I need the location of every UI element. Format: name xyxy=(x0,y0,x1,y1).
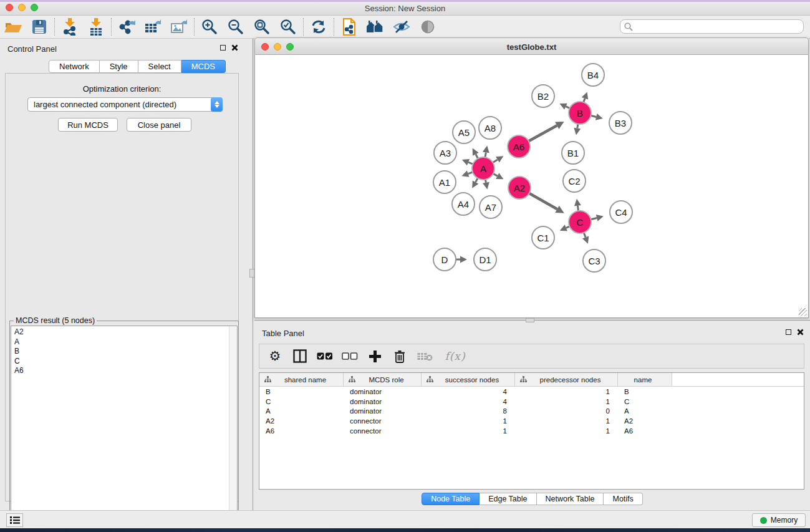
table-row[interactable]: Adominator80A xyxy=(259,407,804,417)
table-cell[interactable]: 1 xyxy=(515,427,618,435)
select-all-columns-button[interactable] xyxy=(317,347,333,365)
horizontal-splitter-handle[interactable] xyxy=(526,318,534,322)
memory-button[interactable]: Memory xyxy=(752,513,806,527)
tab-style[interactable]: Style xyxy=(100,60,138,73)
network-window-titlebar[interactable]: testGlobe.txt xyxy=(254,37,809,55)
table-cell[interactable]: 8 xyxy=(422,407,515,415)
table-cell[interactable]: C xyxy=(618,398,672,405)
toolbar-separator xyxy=(111,18,112,36)
save-session-button[interactable] xyxy=(26,17,52,37)
zoom-out-button[interactable] xyxy=(223,17,249,37)
table-cell[interactable]: 4 xyxy=(422,398,515,405)
zoom-fit-button[interactable] xyxy=(249,17,275,37)
tab-edge-table[interactable]: Edge Table xyxy=(480,493,536,505)
float-panel-icon[interactable] xyxy=(220,45,226,51)
table-cell[interactable]: A6 xyxy=(259,427,344,435)
control-panel-title: Control Panel xyxy=(7,44,57,54)
result-item[interactable]: A2 xyxy=(11,327,228,337)
show-all-button[interactable] xyxy=(415,17,441,37)
tab-select[interactable]: Select xyxy=(138,60,181,73)
tab-mcds[interactable]: MCDS xyxy=(181,60,226,73)
table-cell[interactable]: 4 xyxy=(422,388,515,395)
table-cell[interactable]: B xyxy=(618,388,672,395)
task-history-button[interactable] xyxy=(6,513,23,527)
first-neighbors-button[interactable] xyxy=(362,17,388,37)
node-table: shared nameMCDS rolesuccessor nodesprede… xyxy=(259,372,804,490)
criterion-dropdown[interactable]: largest connected component (directed) xyxy=(27,97,223,112)
table-cell[interactable]: A xyxy=(618,407,672,415)
new-network-from-selection-button[interactable] xyxy=(336,17,362,37)
column-header-shared-name[interactable]: shared name xyxy=(259,373,344,386)
resize-grip-icon[interactable] xyxy=(799,308,807,316)
table-cell[interactable]: 1 xyxy=(422,417,515,425)
result-item[interactable]: C xyxy=(11,357,228,367)
export-image-icon xyxy=(170,18,188,36)
table-cell[interactable]: 1 xyxy=(422,427,515,435)
table-row[interactable]: Cdominator41C xyxy=(259,397,804,407)
column-header-MCDS-role[interactable]: MCDS role xyxy=(344,373,422,386)
refresh-layout-button[interactable] xyxy=(306,17,332,37)
delete-table-button[interactable] xyxy=(417,347,433,365)
result-item[interactable]: A6 xyxy=(11,366,228,376)
close-table-panel-icon[interactable] xyxy=(797,329,804,336)
deselect-all-columns-button[interactable] xyxy=(342,347,358,365)
optimization-criterion-label: Optimization criterion: xyxy=(6,84,238,94)
table-settings-button[interactable]: ⚙ xyxy=(267,347,283,365)
split-columns-button[interactable] xyxy=(292,347,308,365)
open-session-button[interactable] xyxy=(0,17,26,37)
split-columns-icon xyxy=(293,349,307,363)
network-canvas[interactable]: AA1A2A3A4A5A6A7A8BB1B2B3B4CC1C2C3C4DD1 xyxy=(254,55,809,318)
table-cell[interactable]: A6 xyxy=(618,427,672,435)
function-builder-button[interactable]: f(x) xyxy=(441,347,469,365)
column-header-name[interactable]: name xyxy=(618,373,672,386)
network-graph: AA1A2A3A4A5A6A7A8BB1B2B3B4CC1C2C3C4DD1 xyxy=(255,55,808,317)
export-table-button[interactable] xyxy=(140,17,166,37)
import-network-button[interactable] xyxy=(57,17,83,37)
table-cell[interactable]: dominator xyxy=(344,388,422,395)
table-row[interactable]: A2connector11A2 xyxy=(259,416,804,426)
table-cell[interactable]: A xyxy=(259,407,344,415)
table-cell[interactable]: A2 xyxy=(618,417,672,425)
tab-node-table[interactable]: Node Table xyxy=(422,493,480,505)
table-panel-title: Table Panel xyxy=(262,329,304,338)
result-item[interactable]: A xyxy=(11,337,228,347)
node-label-B2: B2 xyxy=(538,91,549,102)
zoom-selected-button[interactable] xyxy=(275,17,301,37)
column-header-successor-nodes[interactable]: successor nodes xyxy=(422,373,515,386)
close-panel-icon[interactable] xyxy=(231,44,238,51)
table-cell[interactable]: connector xyxy=(344,417,422,425)
result-item[interactable]: B xyxy=(11,347,228,357)
table-cell[interactable]: A2 xyxy=(259,417,344,425)
hierarchy-icon xyxy=(427,376,433,383)
zoom-in-button[interactable] xyxy=(196,17,223,37)
tab-motifs[interactable]: Motifs xyxy=(604,493,642,505)
import-table-button[interactable] xyxy=(83,17,109,37)
delete-column-button[interactable] xyxy=(392,347,408,365)
table-row[interactable]: A6connector11A6 xyxy=(259,426,804,436)
run-mcds-button[interactable]: Run MCDS xyxy=(58,118,118,132)
mcds-panel: Optimization criterion: largest connecte… xyxy=(5,73,239,501)
close-panel-button[interactable]: Close panel xyxy=(127,118,191,132)
export-image-button[interactable] xyxy=(166,17,192,37)
search-input[interactable] xyxy=(620,19,804,34)
table-cell[interactable]: dominator xyxy=(344,398,422,405)
table-cell[interactable]: B xyxy=(259,388,344,395)
add-column-button[interactable] xyxy=(367,347,383,365)
mcds-result-list[interactable]: A2ABCA6 xyxy=(11,326,238,532)
column-header-predecessor-nodes[interactable]: predecessor nodes xyxy=(515,373,618,386)
table-cell[interactable]: connector xyxy=(344,427,422,435)
table-cell[interactable]: 1 xyxy=(515,388,618,395)
table-cell[interactable]: C xyxy=(259,398,344,405)
table-row[interactable]: Bdominator41B xyxy=(259,387,804,397)
export-network-button[interactable] xyxy=(113,17,140,37)
tab-network-table[interactable]: Network Table xyxy=(537,493,604,505)
table-cell[interactable]: 1 xyxy=(515,417,618,425)
desktop-background xyxy=(0,528,810,532)
table-cell[interactable]: 1 xyxy=(515,398,618,405)
hide-selected-button[interactable] xyxy=(388,17,415,37)
tab-network[interactable]: Network xyxy=(49,60,100,73)
table-cell[interactable]: 0 xyxy=(515,407,618,415)
result-list-scrollbar[interactable] xyxy=(229,326,237,531)
float-table-panel-icon[interactable] xyxy=(786,329,791,335)
table-cell[interactable]: dominator xyxy=(344,407,422,415)
